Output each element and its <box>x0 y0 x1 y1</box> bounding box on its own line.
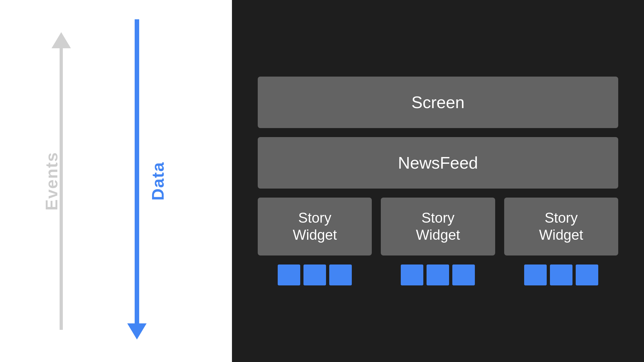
mini-blocks-row <box>258 265 618 285</box>
events-arrowhead <box>52 32 71 48</box>
right-panel: Screen NewsFeed StoryWidget StoryWidget … <box>232 0 644 362</box>
story-widget-label-2: StoryWidget <box>416 209 460 244</box>
data-arrow <box>127 19 147 339</box>
mini-block-3-2 <box>550 265 572 285</box>
story-widget-1: StoryWidget <box>258 198 372 255</box>
mini-block-3-3 <box>576 265 598 285</box>
mini-block-2-2 <box>427 265 449 285</box>
story-blocks-row: StoryWidget StoryWidget StoryWidget <box>258 198 618 255</box>
events-label: Events <box>42 152 61 210</box>
screen-label: Screen <box>411 93 465 112</box>
mini-block-2-1 <box>401 265 423 285</box>
newsfeed-block: NewsFeed <box>258 137 618 189</box>
mini-block-1-2 <box>303 265 326 285</box>
mini-group-1 <box>258 265 372 285</box>
data-label: Data <box>148 162 168 200</box>
mini-group-2 <box>381 265 495 285</box>
mini-group-3 <box>504 265 618 285</box>
left-panel: Events Data <box>0 0 232 362</box>
mini-block-1-1 <box>278 265 300 285</box>
story-widget-2: StoryWidget <box>381 198 495 255</box>
screen-block: Screen <box>258 77 618 128</box>
mini-block-1-3 <box>329 265 352 285</box>
story-widget-label-3: StoryWidget <box>539 209 583 244</box>
mini-block-3-1 <box>524 265 547 285</box>
newsfeed-label: NewsFeed <box>398 153 478 172</box>
story-widgets-section: StoryWidget StoryWidget StoryWidget <box>258 198 618 285</box>
story-widget-3: StoryWidget <box>504 198 618 255</box>
story-widget-label-1: StoryWidget <box>293 209 337 244</box>
data-arrowhead <box>127 323 147 339</box>
data-arrow-shaft <box>135 19 139 323</box>
mini-block-2-3 <box>452 265 475 285</box>
